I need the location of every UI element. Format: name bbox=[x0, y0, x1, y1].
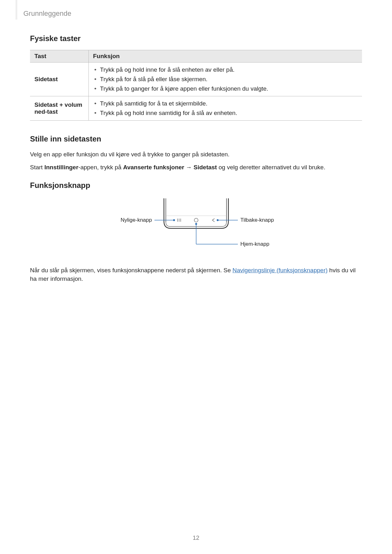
header-tab-mark bbox=[16, 0, 17, 20]
recents-icon bbox=[178, 219, 181, 222]
arrow-icon: → bbox=[184, 164, 194, 171]
label-recent: Nylige-knapp bbox=[120, 217, 152, 223]
table-header-row: Tast Funksjon bbox=[30, 50, 362, 63]
table-row: Sidetast + volum ned-tast Trykk på samti… bbox=[30, 96, 362, 121]
para-set-side-key-2: Start Innstillinger-appen, trykk på Avan… bbox=[30, 163, 362, 172]
breadcrumb: Grunnleggende bbox=[23, 9, 71, 18]
text-fragment: -appen, trykk på bbox=[78, 164, 123, 171]
text-bold: Avanserte funksjoner bbox=[123, 164, 184, 171]
back-icon bbox=[212, 219, 214, 222]
softkeys-diagram: Nylige-knapp Tilbake-knapp Hjem-knapp bbox=[101, 197, 291, 257]
key-functions-side-voldown: Trykk på samtidig for å ta et skjermbild… bbox=[88, 96, 362, 121]
section-function-button: Funksjonsknapp bbox=[30, 181, 362, 283]
page-number: 12 bbox=[0, 534, 392, 541]
keys-table: Tast Funksjon Sidetast Trykk på og hold … bbox=[30, 50, 362, 121]
key-functions-side: Trykk på og hold inne for å slå enheten … bbox=[88, 63, 362, 96]
key-name-side: Sidetast bbox=[30, 63, 88, 96]
text-bold: Sidetast bbox=[194, 164, 217, 171]
list-item: Trykk på for å slå på eller låse skjerme… bbox=[93, 75, 359, 84]
list-item: Trykk på og hold inne samtidig for å slå… bbox=[93, 108, 359, 118]
para-set-side-key-1: Velg en app eller funksjon du vil kjøre … bbox=[30, 150, 362, 159]
text-fragment: Start bbox=[30, 164, 44, 171]
heading-set-side-key: Stille inn sidetasten bbox=[30, 135, 362, 143]
key-name-side-voldown: Sidetast + volum ned-tast bbox=[30, 96, 88, 121]
text-bold: Innstillinger bbox=[44, 164, 78, 171]
col-header-function: Funksjon bbox=[88, 50, 362, 63]
heading-physical-keys: Fysiske taster bbox=[30, 34, 362, 43]
svg-rect-0 bbox=[165, 200, 228, 222]
label-back: Tilbake-knapp bbox=[240, 217, 274, 223]
text-fragment: og velg deretter alternativet du vil bru… bbox=[217, 164, 325, 171]
para-softkeys: Når du slår på skjermen, vises funksjons… bbox=[30, 266, 362, 283]
col-header-key: Tast bbox=[30, 50, 88, 63]
list-item: Trykk på to ganger for å kjøre appen ell… bbox=[93, 84, 359, 93]
section-set-side-key: Stille inn sidetasten Velg en app eller … bbox=[30, 135, 362, 172]
list-item: Trykk på og hold inne for å slå enheten … bbox=[93, 65, 359, 75]
table-row: Sidetast Trykk på og hold inne for å slå… bbox=[30, 63, 362, 96]
label-home: Hjem-knapp bbox=[240, 241, 269, 247]
figure-softkeys: Nylige-knapp Tilbake-knapp Hjem-knapp bbox=[30, 197, 362, 257]
list-item: Trykk på samtidig for å ta et skjermbild… bbox=[93, 99, 359, 108]
home-icon bbox=[194, 218, 198, 222]
section-physical-keys: Fysiske taster Tast Funksjon Sidetast Tr… bbox=[30, 34, 362, 121]
text-fragment: Når du slår på skjermen, vises funksjons… bbox=[30, 267, 232, 274]
link-navigation-bar[interactable]: Navigeringslinje (funksjonsknapper) bbox=[232, 267, 328, 274]
heading-function-button: Funksjonsknapp bbox=[30, 181, 362, 190]
